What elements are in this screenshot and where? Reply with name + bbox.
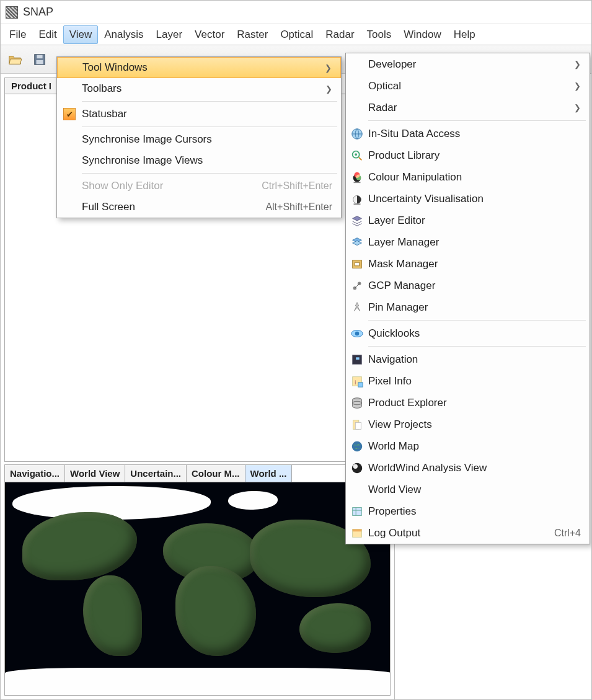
tool-windows-item-navigation[interactable]: Navigation <box>346 348 590 370</box>
svg-point-19 <box>355 331 359 335</box>
svg-point-31 <box>353 464 358 468</box>
view-menu-item-synchronise-image-cursors[interactable]: Synchronise Image Cursors <box>57 129 341 150</box>
tool-windows-item-optical[interactable]: Optical❯ <box>346 75 590 97</box>
svg-rect-28 <box>355 422 361 429</box>
product-explorer-tab-label: Product I <box>4 78 58 94</box>
view-menu-item-synchronise-image-views[interactable]: Synchronise Image Views <box>57 150 341 171</box>
menu-item-label: In-Situ Data Access <box>368 128 581 140</box>
menu-item-label: Developer <box>368 58 570 71</box>
menu-item-label: Properties <box>368 505 581 518</box>
world-view-panel[interactable] <box>4 482 391 696</box>
navigation-icon <box>350 353 364 366</box>
tool-windows-item-world-map[interactable]: World Map <box>346 435 590 457</box>
svg-rect-15 <box>355 262 359 266</box>
menu-raster[interactable]: Raster <box>231 25 274 44</box>
bottom-tab-4[interactable]: World ... <box>245 465 293 482</box>
menu-window[interactable]: Window <box>397 25 447 44</box>
colour-icon <box>350 171 364 184</box>
tool-windows-item-worldwind-analysis-view[interactable]: WorldWind Analysis View <box>346 457 590 479</box>
menu-tools[interactable]: Tools <box>361 25 398 44</box>
tool-windows-item-uncertainty-visualisation[interactable]: Uncertainty Visualisation <box>346 188 590 210</box>
folder-open-icon <box>8 53 22 66</box>
titlebar: SNAP <box>1 1 591 24</box>
svg-rect-32 <box>353 507 362 515</box>
chevron-right-icon: ❯ <box>570 103 581 112</box>
menu-item-accel: Ctrl+Shift+Enter <box>262 180 332 192</box>
tool-windows-item-quicklooks[interactable]: Quicklooks <box>346 322 590 344</box>
bottom-tab-2[interactable]: Uncertain... <box>125 465 187 482</box>
mask-icon <box>350 257 364 271</box>
log-icon <box>350 526 364 540</box>
menu-optical[interactable]: Optical <box>274 25 319 44</box>
svg-rect-2 <box>37 60 43 63</box>
tool-windows-item-product-explorer[interactable]: Product Explorer <box>346 392 590 414</box>
bottom-tabs: Navigatio...World ViewUncertain...Colour… <box>4 464 391 482</box>
tool-windows-item-properties[interactable]: Properties <box>346 500 590 522</box>
svg-rect-24 <box>358 382 363 386</box>
tool-windows-item-radar[interactable]: Radar❯ <box>346 97 590 118</box>
svg-rect-21 <box>356 357 360 360</box>
bottom-tab-3[interactable]: Colour M... <box>187 465 245 482</box>
menubar: FileEditViewAnalysisLayerVectorRasterOpt… <box>1 24 591 45</box>
menu-item-label: Toolbars <box>82 82 321 95</box>
tool-windows-item-layer-manager[interactable]: Layer Manager <box>346 231 590 253</box>
view-menu-item-statusbar[interactable]: ✔Statusbar <box>57 104 341 125</box>
menu-item-label: Colour Manipulation <box>368 171 581 184</box>
app-icon <box>6 6 18 19</box>
menu-item-label: Layer Manager <box>368 236 581 249</box>
database-icon <box>350 396 364 410</box>
tool-windows-item-colour-manipulation[interactable]: Colour Manipulation <box>346 166 590 188</box>
menu-item-label: Pixel Info <box>368 375 581 388</box>
pixel-info-icon: i <box>350 374 364 388</box>
world-map-icon <box>350 440 364 453</box>
tool-windows-item-gcp-manager[interactable]: GCP Manager <box>346 275 590 296</box>
menu-view[interactable]: View <box>63 25 99 44</box>
pin-icon <box>350 301 364 314</box>
app-title: SNAP <box>23 6 53 19</box>
svg-rect-34 <box>353 529 362 531</box>
menu-help[interactable]: Help <box>448 25 482 44</box>
svg-point-29 <box>352 441 363 451</box>
tool-windows-item-world-view[interactable]: World View <box>346 479 590 500</box>
bottom-tab-0[interactable]: Navigatio... <box>5 465 65 482</box>
menu-item-label: Full Screen <box>82 201 265 213</box>
menu-vector[interactable]: Vector <box>188 25 231 44</box>
menu-item-label: Show Only Editor <box>82 180 262 192</box>
menu-layer[interactable]: Layer <box>150 25 189 44</box>
tool-windows-submenu: Developer❯Optical❯Radar❯In-Situ Data Acc… <box>345 53 590 544</box>
tool-windows-item-pixel-info[interactable]: iPixel Info <box>346 370 590 392</box>
svg-point-7 <box>355 153 357 156</box>
tool-windows-item-mask-manager[interactable]: Mask Manager <box>346 253 590 275</box>
floppy-icon <box>33 53 46 66</box>
view-menu-item-toolbars[interactable]: Toolbars❯ <box>57 78 341 99</box>
view-menu-item-full-screen[interactable]: Full ScreenAlt+Shift+Enter <box>57 197 341 218</box>
uncertainty-icon <box>350 192 364 206</box>
svg-rect-11 <box>354 182 361 183</box>
menu-item-label: Quicklooks <box>368 327 581 340</box>
tool-windows-item-developer[interactable]: Developer❯ <box>346 53 590 75</box>
menu-edit[interactable]: Edit <box>32 25 63 44</box>
menu-item-label: View Projects <box>368 419 581 431</box>
svg-rect-13 <box>354 203 361 205</box>
tool-windows-item-view-projects[interactable]: View Projects <box>346 414 590 435</box>
menu-radar[interactable]: Radar <box>319 25 360 44</box>
eye-icon <box>350 327 364 340</box>
tool-windows-item-pin-manager[interactable]: Pin Manager <box>346 296 590 318</box>
menu-item-label: Mask Manager <box>368 258 581 270</box>
tool-windows-item-in-situ-data-access[interactable]: In-Situ Data Access <box>346 123 590 144</box>
view-menu-item-tool-windows[interactable]: Tool Windows❯ <box>57 57 341 78</box>
tool-windows-item-log-output[interactable]: Log OutputCtrl+4 <box>346 522 590 544</box>
bottom-tab-1[interactable]: World View <box>65 465 125 482</box>
menu-item-label: Log Output <box>368 527 554 539</box>
save-button[interactable] <box>29 49 50 70</box>
menu-item-label: GCP Manager <box>368 280 581 292</box>
menu-file[interactable]: File <box>3 25 32 44</box>
menu-item-label: Optical <box>368 80 570 92</box>
tool-windows-item-layer-editor[interactable]: Layer Editor <box>346 210 590 231</box>
chevron-right-icon: ❯ <box>320 63 332 73</box>
menu-item-label: Navigation <box>368 353 581 366</box>
menu-analysis[interactable]: Analysis <box>98 25 149 44</box>
menu-item-label: Tool Windows <box>82 61 320 74</box>
tool-windows-item-product-library[interactable]: Product Library <box>346 144 590 166</box>
open-file-button[interactable] <box>4 49 25 70</box>
